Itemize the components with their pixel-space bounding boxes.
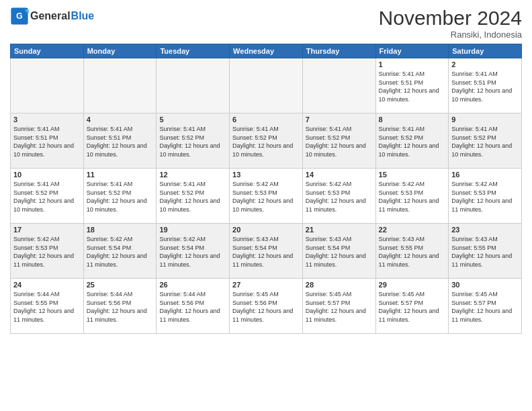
- day-info: Sunrise: 5:43 AMSunset: 5:54 PMDaylight:…: [232, 235, 300, 269]
- calendar-cell: 12Sunrise: 5:41 AMSunset: 5:52 PMDayligh…: [157, 169, 230, 224]
- week-row-2: 3Sunrise: 5:41 AMSunset: 5:51 PMDaylight…: [11, 113, 522, 169]
- calendar-cell: 13Sunrise: 5:42 AMSunset: 5:53 PMDayligh…: [230, 169, 303, 224]
- svg-text:G: G: [16, 11, 23, 21]
- weekday-header-friday: Friday: [375, 44, 449, 58]
- calendar-cell: 7Sunrise: 5:41 AMSunset: 5:52 PMDaylight…: [302, 113, 375, 169]
- day-number: 8: [379, 116, 446, 124]
- day-info: Sunrise: 5:43 AMSunset: 5:54 PMDaylight:…: [306, 235, 373, 269]
- day-info: Sunrise: 5:41 AMSunset: 5:52 PMDaylight:…: [13, 180, 81, 214]
- day-number: 30: [451, 281, 519, 289]
- title-block: November 2024 Ransiki, Indonesia: [379, 7, 522, 40]
- day-number: 2: [451, 60, 519, 68]
- calendar-cell: 25Sunrise: 5:44 AMSunset: 5:56 PMDayligh…: [83, 279, 157, 334]
- calendar-cell: 18Sunrise: 5:42 AMSunset: 5:54 PMDayligh…: [83, 224, 157, 279]
- day-info: Sunrise: 5:45 AMSunset: 5:57 PMDaylight:…: [379, 290, 446, 324]
- weekday-header-tuesday: Tuesday: [157, 44, 230, 58]
- day-info: Sunrise: 5:42 AMSunset: 5:53 PMDaylight:…: [13, 235, 81, 269]
- calendar-cell: 27Sunrise: 5:45 AMSunset: 5:56 PMDayligh…: [230, 279, 303, 334]
- calendar-cell: 29Sunrise: 5:45 AMSunset: 5:57 PMDayligh…: [375, 279, 449, 334]
- day-number: 18: [87, 226, 154, 234]
- calendar-cell: [230, 58, 303, 113]
- calendar-cell: 2Sunrise: 5:41 AMSunset: 5:51 PMDaylight…: [449, 58, 522, 113]
- day-number: 6: [232, 116, 300, 124]
- day-number: 5: [159, 116, 226, 124]
- day-info: Sunrise: 5:41 AMSunset: 5:52 PMDaylight:…: [232, 125, 300, 158]
- weekday-header-sunday: Sunday: [11, 44, 84, 58]
- day-number: 13: [232, 171, 300, 179]
- day-number: 26: [159, 281, 226, 289]
- calendar-cell: 5Sunrise: 5:41 AMSunset: 5:52 PMDaylight…: [157, 113, 230, 169]
- day-info: Sunrise: 5:42 AMSunset: 5:54 PMDaylight:…: [159, 235, 226, 269]
- day-number: 9: [451, 116, 519, 124]
- day-number: 29: [379, 281, 446, 289]
- header: G General Blue November 2024 Ransiki, In…: [10, 7, 522, 40]
- day-info: Sunrise: 5:41 AMSunset: 5:51 PMDaylight:…: [87, 125, 154, 158]
- calendar-cell: [302, 58, 375, 113]
- day-info: Sunrise: 5:42 AMSunset: 5:53 PMDaylight:…: [451, 180, 519, 214]
- calendar-cell: 6Sunrise: 5:41 AMSunset: 5:52 PMDaylight…: [230, 113, 303, 169]
- day-number: 15: [379, 171, 446, 179]
- calendar-cell: 23Sunrise: 5:43 AMSunset: 5:55 PMDayligh…: [449, 224, 522, 279]
- month-title: November 2024: [379, 7, 522, 30]
- day-number: 16: [451, 171, 519, 179]
- calendar-cell: [83, 58, 157, 113]
- logo: G General Blue: [10, 7, 94, 26]
- calendar-cell: 15Sunrise: 5:42 AMSunset: 5:53 PMDayligh…: [375, 169, 449, 224]
- day-number: 12: [159, 171, 226, 179]
- day-info: Sunrise: 5:43 AMSunset: 5:55 PMDaylight:…: [451, 235, 519, 269]
- day-number: 10: [13, 171, 81, 179]
- day-info: Sunrise: 5:42 AMSunset: 5:53 PMDaylight:…: [306, 180, 373, 214]
- day-info: Sunrise: 5:41 AMSunset: 5:51 PMDaylight:…: [379, 70, 446, 103]
- day-info: Sunrise: 5:41 AMSunset: 5:52 PMDaylight:…: [87, 180, 154, 214]
- day-number: 20: [232, 226, 300, 234]
- week-row-5: 24Sunrise: 5:44 AMSunset: 5:55 PMDayligh…: [11, 279, 522, 334]
- calendar-cell: 19Sunrise: 5:42 AMSunset: 5:54 PMDayligh…: [157, 224, 230, 279]
- day-info: Sunrise: 5:44 AMSunset: 5:56 PMDaylight:…: [87, 290, 154, 324]
- day-number: 17: [13, 226, 81, 234]
- day-info: Sunrise: 5:42 AMSunset: 5:53 PMDaylight:…: [379, 180, 446, 214]
- day-info: Sunrise: 5:42 AMSunset: 5:53 PMDaylight:…: [232, 180, 300, 214]
- day-info: Sunrise: 5:44 AMSunset: 5:55 PMDaylight:…: [13, 290, 81, 324]
- calendar-cell: 20Sunrise: 5:43 AMSunset: 5:54 PMDayligh…: [230, 224, 303, 279]
- calendar-cell: 21Sunrise: 5:43 AMSunset: 5:54 PMDayligh…: [302, 224, 375, 279]
- calendar-cell: 30Sunrise: 5:45 AMSunset: 5:57 PMDayligh…: [449, 279, 522, 334]
- week-row-1: 1Sunrise: 5:41 AMSunset: 5:51 PMDaylight…: [11, 58, 522, 113]
- weekday-header-saturday: Saturday: [449, 44, 522, 58]
- calendar-cell: 26Sunrise: 5:44 AMSunset: 5:56 PMDayligh…: [157, 279, 230, 334]
- calendar-cell: [11, 58, 84, 113]
- day-number: 27: [232, 281, 300, 289]
- calendar-page: G General Blue November 2024 Ransiki, In…: [0, 0, 532, 411]
- week-row-3: 10Sunrise: 5:41 AMSunset: 5:52 PMDayligh…: [11, 169, 522, 224]
- day-info: Sunrise: 5:41 AMSunset: 5:51 PMDaylight:…: [451, 70, 519, 103]
- day-info: Sunrise: 5:44 AMSunset: 5:56 PMDaylight:…: [159, 290, 226, 324]
- day-number: 28: [306, 281, 373, 289]
- calendar-cell: 14Sunrise: 5:42 AMSunset: 5:53 PMDayligh…: [302, 169, 375, 224]
- calendar-cell: 10Sunrise: 5:41 AMSunset: 5:52 PMDayligh…: [11, 169, 84, 224]
- calendar-cell: 11Sunrise: 5:41 AMSunset: 5:52 PMDayligh…: [83, 169, 157, 224]
- day-number: 3: [13, 116, 81, 124]
- day-number: 21: [306, 226, 373, 234]
- logo-icon: G: [10, 7, 29, 26]
- day-number: 14: [306, 171, 373, 179]
- week-row-4: 17Sunrise: 5:42 AMSunset: 5:53 PMDayligh…: [11, 224, 522, 279]
- day-number: 7: [306, 116, 373, 124]
- day-info: Sunrise: 5:41 AMSunset: 5:52 PMDaylight:…: [451, 125, 519, 158]
- location: Ransiki, Indonesia: [379, 30, 522, 40]
- day-number: 24: [13, 281, 81, 289]
- calendar-cell: 22Sunrise: 5:43 AMSunset: 5:55 PMDayligh…: [375, 224, 449, 279]
- calendar-table: SundayMondayTuesdayWednesdayThursdayFrid…: [10, 44, 522, 334]
- day-info: Sunrise: 5:45 AMSunset: 5:56 PMDaylight:…: [232, 290, 300, 324]
- calendar-cell: 24Sunrise: 5:44 AMSunset: 5:55 PMDayligh…: [11, 279, 84, 334]
- calendar-cell: 9Sunrise: 5:41 AMSunset: 5:52 PMDaylight…: [449, 113, 522, 169]
- day-number: 1: [379, 60, 446, 68]
- day-number: 22: [379, 226, 446, 234]
- calendar-cell: [157, 58, 230, 113]
- weekday-header-row: SundayMondayTuesdayWednesdayThursdayFrid…: [11, 44, 522, 58]
- day-info: Sunrise: 5:41 AMSunset: 5:51 PMDaylight:…: [13, 125, 81, 158]
- weekday-header-thursday: Thursday: [302, 44, 375, 58]
- weekday-header-wednesday: Wednesday: [230, 44, 303, 58]
- day-info: Sunrise: 5:45 AMSunset: 5:57 PMDaylight:…: [306, 290, 373, 324]
- day-number: 23: [451, 226, 519, 234]
- calendar-cell: 17Sunrise: 5:42 AMSunset: 5:53 PMDayligh…: [11, 224, 84, 279]
- logo-blue: Blue: [71, 10, 95, 22]
